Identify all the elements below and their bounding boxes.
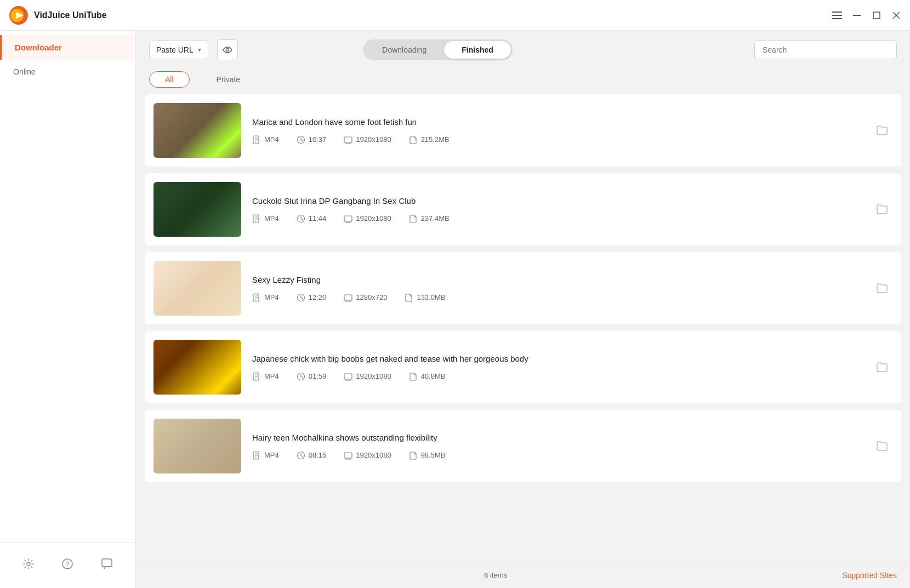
svg-rect-66 <box>344 453 352 458</box>
toolbar: Paste URL ▾ Downloading Finished <box>136 31 910 69</box>
footer: 6 items Supported Sites <box>136 562 910 588</box>
svg-rect-5 <box>832 18 842 19</box>
svg-rect-33 <box>344 216 352 221</box>
sidebar: Downloader Online ? <box>0 31 136 588</box>
video-size-1: 215.2MB <box>409 135 450 144</box>
video-resolution-5: 1920x1080 <box>344 451 391 460</box>
supported-sites-link[interactable]: Supported Sites <box>842 571 897 580</box>
video-info-4: Japanese chick with big boobs get naked … <box>252 354 862 381</box>
video-duration-1: 10:37 <box>297 135 327 144</box>
help-icon[interactable]: ? <box>57 553 78 577</box>
footer-items-count: 6 items <box>149 571 842 579</box>
sidebar-bottom: ? <box>0 542 135 588</box>
video-thumbnail-1 <box>153 103 241 158</box>
tab-finished[interactable]: Finished <box>444 41 511 59</box>
svg-rect-55 <box>344 374 352 379</box>
video-title-5: Hairy teen Mochalkina shows outstanding … <box>252 433 862 442</box>
video-size-4: 40.8MB <box>409 372 446 381</box>
eye-button[interactable] <box>217 39 238 60</box>
sidebar-nav: Downloader Online <box>0 31 135 542</box>
settings-icon[interactable] <box>18 553 39 577</box>
video-item-3: Sexy Lezzy Fisting MP4 <box>145 252 901 324</box>
maximize-button[interactable] <box>872 10 881 20</box>
svg-rect-4 <box>832 15 842 16</box>
video-meta-3: MP4 12:20 <box>252 293 862 302</box>
menu-button[interactable] <box>832 10 842 20</box>
svg-line-43 <box>301 298 303 299</box>
main-layout: Downloader Online ? <box>0 31 910 588</box>
open-folder-button-4[interactable] <box>873 357 892 377</box>
video-title-3: Sexy Lezzy Fisting <box>252 275 862 284</box>
svg-rect-3 <box>832 12 842 13</box>
video-title-1: Marica and London have some foot fetish … <box>252 117 862 127</box>
video-meta-1: MP4 10:37 <box>252 135 862 144</box>
download-status-tabs: Downloading Finished <box>363 39 513 60</box>
video-duration-5: 08:15 <box>297 451 327 460</box>
video-size-2: 237.4MB <box>409 214 450 223</box>
video-meta-2: MP4 11:44 <box>252 214 862 223</box>
video-resolution-1: 1920x1080 <box>344 135 391 144</box>
paste-url-button[interactable]: Paste URL ▾ <box>149 41 208 59</box>
video-resolution-4: 1920x1080 <box>344 372 391 381</box>
video-info-2: Cuckold Slut Irina DP Gangbang In Sex Cl… <box>252 196 862 223</box>
video-format-4: MP4 <box>252 372 279 381</box>
video-size-5: 98.5MB <box>409 451 446 460</box>
open-folder-button-3[interactable] <box>873 278 892 298</box>
svg-point-10 <box>27 562 30 566</box>
tab-downloading[interactable]: Downloading <box>365 41 444 59</box>
video-format-1: MP4 <box>252 135 279 144</box>
video-info-3: Sexy Lezzy Fisting MP4 <box>252 275 862 302</box>
video-title-2: Cuckold Slut Irina DP Gangbang In Sex Cl… <box>252 196 862 205</box>
video-format-5: MP4 <box>252 451 279 460</box>
svg-line-65 <box>301 455 303 456</box>
open-folder-button-5[interactable] <box>873 436 892 456</box>
video-title-4: Japanese chick with big boobs get naked … <box>252 354 862 363</box>
sidebar-item-downloader[interactable]: Downloader <box>0 35 135 60</box>
video-resolution-2: 1920x1080 <box>344 214 391 223</box>
video-duration-2: 11:44 <box>297 214 327 223</box>
paste-url-dropdown-arrow: ▾ <box>198 46 201 54</box>
svg-line-54 <box>301 376 303 378</box>
svg-point-14 <box>226 49 229 52</box>
sub-tab-private[interactable]: Private <box>201 71 257 88</box>
sub-tab-all[interactable]: All <box>149 71 190 88</box>
video-meta-5: MP4 08:15 <box>252 451 862 460</box>
video-resolution-3: 1280x720 <box>344 293 387 302</box>
close-button[interactable] <box>891 10 901 20</box>
app-title: VidJuice UniTube <box>34 10 832 20</box>
sub-tabs: All Private <box>136 69 910 94</box>
video-info-5: Hairy teen Mochalkina shows outstanding … <box>252 433 862 460</box>
svg-rect-22 <box>344 137 352 142</box>
video-info-1: Marica and London have some foot fetish … <box>252 117 862 144</box>
video-thumbnail-5 <box>153 419 241 473</box>
video-thumbnail-2 <box>153 182 241 237</box>
svg-rect-13 <box>102 559 112 567</box>
video-item-2: Cuckold Slut Irina DP Gangbang In Sex Cl… <box>145 173 901 246</box>
video-format-3: MP4 <box>252 293 279 302</box>
window-controls <box>832 10 901 20</box>
minimize-button[interactable] <box>852 10 862 20</box>
svg-rect-7 <box>873 12 880 19</box>
svg-line-32 <box>301 219 303 220</box>
titlebar: VidJuice UniTube <box>0 0 910 31</box>
video-size-3: 133.0MB <box>405 293 445 302</box>
svg-rect-44 <box>344 295 352 300</box>
app-logo <box>9 5 29 25</box>
video-format-2: MP4 <box>252 214 279 223</box>
open-folder-button-1[interactable] <box>873 121 892 140</box>
video-duration-3: 12:20 <box>297 293 327 302</box>
video-thumbnail-4 <box>153 340 241 395</box>
chat-icon[interactable] <box>96 553 117 577</box>
svg-line-21 <box>301 140 303 141</box>
open-folder-button-2[interactable] <box>873 199 892 219</box>
video-item-5: Hairy teen Mochalkina shows outstanding … <box>145 410 901 482</box>
video-duration-4: 01:59 <box>297 372 327 381</box>
video-item-4: Japanese chick with big boobs get naked … <box>145 331 901 403</box>
video-meta-4: MP4 01:59 <box>252 372 862 381</box>
search-input[interactable] <box>754 41 897 59</box>
svg-text:?: ? <box>66 561 70 568</box>
svg-rect-6 <box>853 15 861 16</box>
sidebar-item-online[interactable]: Online <box>0 60 135 84</box>
video-item-1: Marica and London have some foot fetish … <box>145 94 901 167</box>
content-area: Paste URL ▾ Downloading Finished All Pr <box>136 31 910 588</box>
